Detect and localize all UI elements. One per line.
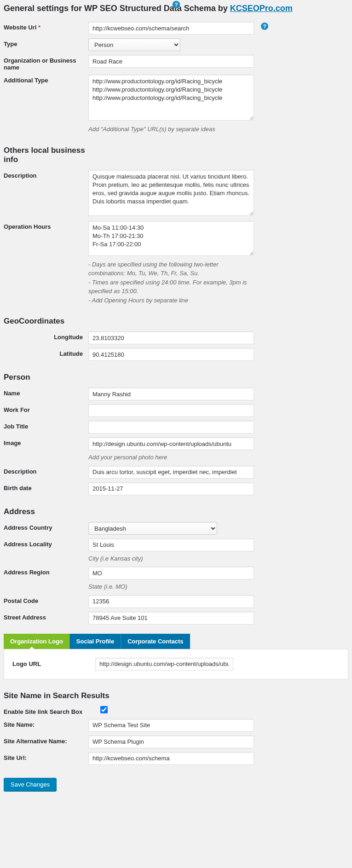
label-site-alt: Site Alternative Name: [4, 735, 88, 745]
label-work-for: Work For [4, 404, 88, 413]
addr-country-select[interactable]: Bangladesh [88, 522, 217, 535]
hint-additional-type: Add "Additional Type" URL(s) by separate… [88, 125, 254, 134]
label-image: Image [4, 437, 88, 446]
help-icon[interactable]: ? [261, 23, 268, 30]
section-geo: GeoCoordinates [4, 317, 348, 326]
type-select[interactable]: Person [88, 38, 180, 51]
name-input[interactable] [88, 388, 254, 400]
label-addr-locality: Address Locality [4, 538, 88, 548]
label-latitude: Latitude [4, 348, 88, 357]
job-title-input[interactable] [88, 421, 254, 434]
label-additional-type: Additional Type [4, 75, 88, 84]
required-marker: * [38, 24, 40, 31]
site-url-input[interactable] [88, 752, 254, 765]
site-alt-input[interactable] [88, 735, 254, 748]
label-name: Name [4, 388, 88, 397]
kcseopro-link[interactable]: KCSEOPro.com [230, 4, 293, 13]
addr-locality-input[interactable] [88, 538, 254, 551]
label-site-name: Site Name: [4, 719, 88, 728]
enable-sitelink-checkbox[interactable] [100, 706, 108, 713]
help-icon[interactable]: ? [173, 1, 180, 8]
label-longitude: Longitude [4, 331, 88, 341]
operation-hours-textarea[interactable]: Mo-Sa 11:00-14:30 Mo-Th 17:00-21:30 Fr-S… [88, 221, 254, 256]
additional-type-textarea[interactable]: http://www.productontology.org/id/Racing… [88, 75, 254, 121]
image-input[interactable] [88, 437, 254, 450]
section-sitename: Site Name in Search Results [4, 691, 348, 700]
section-person: Person [4, 373, 348, 382]
label-addr-region: Address Region [4, 567, 88, 576]
label-org-name: Organization or Business name [4, 55, 88, 71]
label-postal-code: Postal Code [4, 595, 88, 604]
tab-panel: Logo URL [4, 649, 348, 679]
street-input[interactable] [88, 612, 254, 625]
addr-region-input[interactable] [88, 567, 254, 579]
section-address: Address [4, 507, 348, 516]
latitude-input[interactable] [88, 348, 254, 361]
website-url-input[interactable] [88, 22, 254, 35]
tab-social-profile[interactable]: Social Profile [69, 634, 121, 649]
label-description: Description [4, 170, 88, 179]
hint-op-3: - Add Opening Hours by separate line [88, 296, 254, 305]
description-textarea[interactable]: Quisque malesuada placerat nisl. Ut vari… [88, 170, 254, 216]
label-enable-sitelink: Enable Site link Search Box [4, 706, 100, 715]
save-button[interactable]: Save Changes [4, 778, 57, 791]
longitude-input[interactable] [88, 331, 254, 344]
hint-image: Add your personal photo here [88, 453, 254, 462]
hint-region: State (i.e. MO) [88, 582, 254, 591]
person-description-input[interactable] [88, 466, 254, 479]
label-site-url: Site Url: [4, 752, 88, 761]
label-website-url: Website Url [4, 24, 36, 31]
tab-organization-logo[interactable]: Organization Logo [4, 634, 69, 649]
org-name-input[interactable] [88, 55, 254, 68]
tab-bar: Organization Logo Social Profile Corpora… [4, 634, 348, 649]
hint-op-2: - Times are specified using 24:00 time. … [88, 278, 254, 296]
hint-locality: City (i.e Kansas city) [88, 554, 254, 563]
work-for-input[interactable] [88, 404, 254, 417]
hint-op-1: - Days are specified using the following… [88, 260, 254, 278]
label-addr-country: Address Country [4, 522, 88, 531]
label-birth-date: Birth date [4, 482, 88, 492]
label-description-person: Description [4, 466, 88, 475]
postal-code-input[interactable] [88, 595, 254, 608]
label-street: Street Address [4, 612, 88, 621]
birth-date-input[interactable] [88, 482, 254, 495]
section-others-local: Others local business info [4, 146, 96, 164]
logo-url-input[interactable] [95, 658, 233, 671]
label-type: Type [4, 38, 88, 47]
label-job-title: Job Title [4, 421, 88, 430]
tab-corporate-contacts[interactable]: Corporate Contacts [121, 634, 190, 649]
label-operation-hours: Operation Hours [4, 221, 88, 230]
label-logo-url: Logo URL [12, 660, 95, 667]
site-name-input[interactable] [88, 719, 254, 732]
